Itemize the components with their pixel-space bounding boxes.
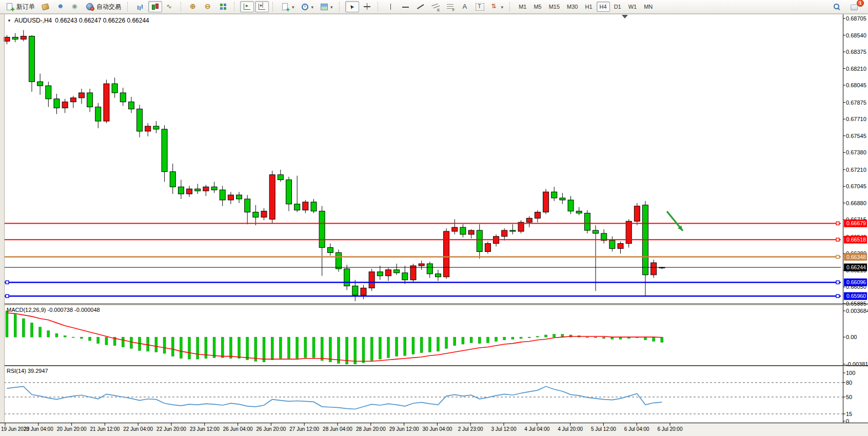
macd-axis-label: 0.003684 <box>846 308 868 314</box>
toolbar: 新订单 自动交易 M1 M5 M15 M30 H1 H4 D1 W1 MN 1 <box>0 0 868 14</box>
line-anchor-handle[interactable] <box>836 294 839 298</box>
macd-histogram-bar <box>379 337 381 359</box>
date-axis-label: 30 Jun 04:00 <box>422 426 452 432</box>
bar-chart-button[interactable] <box>133 1 147 12</box>
vertical-line-button[interactable] <box>384 1 398 12</box>
timeframe-h4[interactable]: H4 <box>597 2 610 12</box>
zoom-out-button[interactable] <box>202 1 215 12</box>
date-axis-label: 23 Jun 12:00 <box>190 426 220 432</box>
auto-scroll-button[interactable] <box>240 1 254 12</box>
macd-histogram-bar <box>545 335 547 337</box>
chart-collapse-icon[interactable]: ▼ <box>7 18 11 23</box>
macd-histogram-bar <box>520 337 522 339</box>
templates-icon <box>320 3 328 11</box>
signals-button[interactable] <box>68 1 82 12</box>
line-anchor-handle[interactable] <box>836 238 839 241</box>
auto-scroll-icon <box>243 3 251 11</box>
bear-candle <box>344 269 350 286</box>
rsi-axis-label: 15 <box>846 411 852 417</box>
horizontal-line-button[interactable] <box>399 1 412 12</box>
chart-canvas[interactable]: 0.687050.685400.683750.682100.680450.678… <box>0 0 868 436</box>
timeframe-w1[interactable]: W1 <box>625 2 640 12</box>
new-order-button[interactable]: 新订单 <box>3 1 37 12</box>
bear-candle <box>510 230 516 231</box>
text-button[interactable] <box>458 1 472 12</box>
macd-histogram-bar <box>254 337 257 361</box>
bear-candle <box>576 211 582 213</box>
bull-candle <box>269 175 275 220</box>
chart-shift-button[interactable] <box>255 1 269 12</box>
candlestick-chart-button[interactable] <box>148 1 162 12</box>
zoom-in-button[interactable] <box>187 1 201 12</box>
macd-histogram-bar <box>155 337 157 352</box>
line-anchor-handle[interactable] <box>836 222 839 225</box>
bull-candle <box>104 84 109 121</box>
macd-histogram-bar <box>595 337 597 338</box>
timeframe-m5[interactable]: M5 <box>530 2 544 12</box>
macd-histogram-bar <box>171 337 174 356</box>
bear-candle <box>178 187 184 194</box>
auto-trading-button[interactable]: 自动交易 <box>83 1 124 12</box>
arrows-button[interactable] <box>488 1 506 12</box>
trendline-button[interactable] <box>413 1 427 12</box>
macd-histogram-bar <box>55 333 58 337</box>
periods-button[interactable] <box>298 1 317 12</box>
macd-histogram-bar <box>412 337 415 354</box>
bear-candle <box>377 272 383 276</box>
macd-histogram-bar <box>603 337 605 339</box>
bear-candle <box>29 36 34 82</box>
timeframe-m30[interactable]: M30 <box>564 2 581 12</box>
line-chart-button[interactable] <box>163 1 177 12</box>
profiles-button[interactable] <box>53 1 67 12</box>
notifications-button[interactable]: 1 <box>848 1 862 12</box>
timeframe-m15[interactable]: M15 <box>546 2 563 12</box>
toolbar-separator <box>181 2 183 11</box>
toolbar-separator <box>272 2 275 11</box>
line-anchor-handle[interactable] <box>6 281 9 284</box>
search-button[interactable] <box>830 1 844 12</box>
macd-histogram-bar <box>354 337 357 364</box>
macd-histogram-bar <box>279 337 282 359</box>
line-anchor-handle[interactable] <box>836 281 839 284</box>
new-chart-button[interactable] <box>38 1 52 12</box>
signals-icon <box>71 3 80 11</box>
bear-candle <box>402 273 408 280</box>
bear-candle <box>336 252 342 269</box>
price-axis-label: 0.67545 <box>846 133 866 139</box>
macd-histogram-bar <box>271 337 273 360</box>
price-axis-label: 0.67210 <box>846 167 866 173</box>
timeframe-m1[interactable]: M1 <box>516 2 529 12</box>
price-axis-label: 0.68705 <box>846 15 866 22</box>
bar-chart-icon <box>136 3 145 11</box>
bear-candle <box>460 227 466 234</box>
timeframe-d1[interactable]: D1 <box>611 2 624 12</box>
text-label-button[interactable] <box>473 1 487 12</box>
bull-candle <box>468 230 474 234</box>
line-anchor-handle[interactable] <box>6 294 9 298</box>
cursor-button[interactable] <box>345 1 359 12</box>
price-tag-label: 0.66096 <box>846 279 866 285</box>
fibonacci-button[interactable] <box>443 1 457 12</box>
channel-button[interactable] <box>428 1 442 12</box>
bear-candle <box>253 212 259 217</box>
macd-histogram-bar <box>428 337 431 352</box>
macd-histogram-bar <box>80 337 83 339</box>
bear-candle <box>427 264 432 274</box>
macd-histogram-bar <box>163 337 166 353</box>
macd-histogram-bar <box>246 337 249 360</box>
bull-candle <box>203 187 209 191</box>
timeframe-mn[interactable]: MN <box>641 2 656 12</box>
date-axis-label: 5 Jul 12:00 <box>591 426 616 432</box>
bear-candle <box>584 213 590 231</box>
toolbar-separator <box>378 2 380 11</box>
toolbar-separator <box>127 2 130 11</box>
line-anchor-handle[interactable] <box>836 255 839 259</box>
macd-histogram-bar <box>321 337 323 361</box>
templates-button[interactable] <box>317 1 336 12</box>
indicators-button[interactable] <box>279 1 297 12</box>
rsi-axis-label: 100 <box>846 370 855 376</box>
tile-windows-button[interactable] <box>216 1 230 12</box>
timeframe-h1[interactable]: H1 <box>582 2 596 12</box>
crosshair-button[interactable] <box>360 1 374 12</box>
bear-candle <box>568 200 574 211</box>
